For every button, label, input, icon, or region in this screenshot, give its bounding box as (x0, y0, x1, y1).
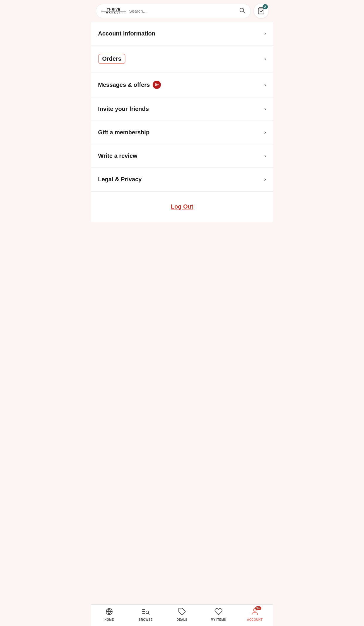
messages-offers-label: Messages & offers (98, 82, 150, 88)
menu-item-account-information[interactable]: Account information › (91, 22, 273, 45)
chevron-icon: › (264, 31, 266, 37)
svg-line-1 (243, 11, 245, 13)
menu-list: Account information › Orders › Messages … (91, 22, 273, 222)
menu-item-write-review[interactable]: Write a review › (91, 144, 273, 168)
menu-label-row-orders: Orders (98, 54, 126, 64)
menu-label-row-gift: Gift a membership (98, 129, 150, 136)
menu-label-row-review: Write a review (98, 153, 137, 159)
account-information-label: Account information (98, 30, 156, 37)
orders-highlight-box: Orders (98, 54, 126, 64)
chevron-icon: › (264, 153, 266, 159)
logo: THRIVE — MARKET — (101, 8, 126, 14)
orders-label: Orders (102, 55, 122, 62)
cart-badge: 2 (263, 4, 268, 9)
logo-thrive: THRIVE (107, 8, 120, 11)
menu-item-orders[interactable]: Orders › (91, 45, 273, 72)
logout-button[interactable]: Log Out (171, 203, 193, 210)
search-input[interactable] (129, 9, 236, 13)
header: THRIVE — MARKET — 2 (91, 0, 273, 22)
menu-label-row: Account information (98, 30, 156, 37)
search-bar[interactable]: THRIVE — MARKET — (96, 4, 251, 18)
menu-item-invite-friends[interactable]: Invite your friends › (91, 97, 273, 121)
chevron-icon: › (264, 106, 266, 112)
menu-label-row-legal: Legal & Privacy (98, 176, 142, 183)
cart-button[interactable]: 2 (254, 4, 268, 18)
gift-membership-label: Gift a membership (98, 129, 150, 136)
chevron-icon: › (264, 56, 266, 62)
write-review-label: Write a review (98, 153, 137, 159)
messages-badge: 9+ (153, 81, 161, 89)
logout-section: Log Out (91, 191, 273, 222)
search-icon (239, 7, 245, 15)
menu-item-legal-privacy[interactable]: Legal & Privacy › (91, 168, 273, 191)
logo-market: — MARKET — (101, 11, 126, 14)
chevron-icon: › (264, 129, 266, 136)
invite-friends-label: Invite your friends (98, 106, 149, 112)
menu-item-gift-membership[interactable]: Gift a membership › (91, 121, 273, 144)
chevron-icon: › (264, 176, 266, 182)
chevron-icon: › (264, 82, 266, 88)
menu-item-messages-offers[interactable]: Messages & offers 9+ › (91, 72, 273, 97)
legal-privacy-label: Legal & Privacy (98, 176, 142, 183)
menu-label-row-messages: Messages & offers 9+ (98, 81, 161, 89)
menu-label-row-invite: Invite your friends (98, 106, 149, 112)
